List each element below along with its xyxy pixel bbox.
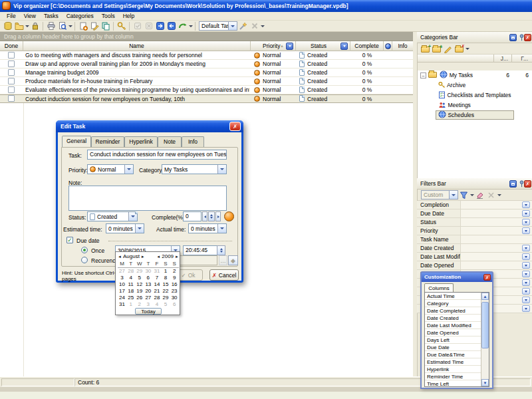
toggle-categories-bar-icon[interactable] bbox=[154, 21, 166, 31]
tab-reminder[interactable]: Reminder bbox=[91, 136, 124, 147]
hyperlink-key-icon[interactable] bbox=[116, 21, 127, 31]
note-textarea[interactable] bbox=[68, 186, 227, 211]
column-item[interactable]: Reminder Time bbox=[425, 373, 481, 380]
scroll-down-icon[interactable]: ▼ bbox=[481, 379, 489, 386]
done-checkbox[interactable] bbox=[8, 52, 15, 59]
column-item[interactable]: Date Completed bbox=[425, 307, 481, 315]
new-category-icon[interactable]: + bbox=[420, 44, 431, 54]
expand-collapse-icon[interactable]: – bbox=[420, 72, 426, 78]
calendar-week[interactable]: 10111213141516 bbox=[118, 281, 179, 288]
table-row[interactable]: Go to meeting with managers and discuss … bbox=[0, 51, 414, 60]
print-preview-dropdown[interactable] bbox=[68, 21, 72, 31]
filter-dropdown-button[interactable] bbox=[522, 253, 530, 260]
complete-increment-button[interactable] bbox=[215, 211, 221, 221]
uncomplete-task-icon[interactable] bbox=[143, 21, 154, 31]
complete-timer-button[interactable] bbox=[224, 211, 234, 221]
print-preview-icon[interactable] bbox=[57, 21, 68, 31]
tree-item-my-tasks[interactable]: My Tasks bbox=[428, 70, 473, 80]
cancel-button[interactable]: ✗Cancel bbox=[209, 269, 239, 281]
remove-filter-icon[interactable] bbox=[485, 190, 497, 200]
edit-category-icon[interactable] bbox=[442, 44, 454, 54]
complete-decrement-button[interactable] bbox=[202, 211, 207, 221]
scroll-up-icon[interactable]: ▲ bbox=[481, 293, 489, 300]
clear-filter-icon[interactable] bbox=[474, 190, 485, 200]
due-date-checkbox[interactable]: ✓ bbox=[66, 237, 73, 243]
new-subcategory-icon[interactable]: ± bbox=[431, 44, 442, 54]
categories-toolbar-dropdown[interactable] bbox=[465, 44, 469, 54]
next-month-icon[interactable]: ► bbox=[141, 255, 145, 259]
open-database-icon[interactable] bbox=[13, 21, 25, 31]
table-row[interactable]: Produce materials for in-house training … bbox=[0, 77, 414, 86]
filter-dropdown-button[interactable] bbox=[522, 305, 530, 312]
column-item[interactable]: Days Left bbox=[425, 336, 481, 344]
delete-category-icon[interactable]: ✗ bbox=[454, 44, 465, 54]
tab-info[interactable]: Info bbox=[182, 136, 204, 147]
column-header-info[interactable]: Info bbox=[392, 41, 413, 51]
new-task-icon[interactable] bbox=[77, 21, 88, 31]
column-item[interactable]: Actual Time bbox=[425, 293, 481, 300]
dialog-close-button[interactable]: ✗ bbox=[229, 122, 241, 131]
tree-item-checklists[interactable]: Checklists and Templates bbox=[438, 90, 511, 100]
prev-month-icon[interactable]: ◄ bbox=[118, 255, 122, 259]
tree-item-schedules[interactable]: Schedules bbox=[438, 110, 474, 120]
print-icon[interactable] bbox=[45, 21, 57, 31]
task-type-combobox[interactable]: Default Task bbox=[199, 21, 237, 31]
toolbar-options-dropdown[interactable] bbox=[260, 21, 265, 31]
filter-dropdown-button[interactable] bbox=[522, 227, 530, 234]
actual-time-combobox[interactable]: 0 minutes bbox=[188, 223, 227, 233]
filter-dropdown-button[interactable] bbox=[522, 201, 530, 208]
tab-hyperlink[interactable]: Hyperlink bbox=[124, 136, 158, 147]
undock-filters-button[interactable] bbox=[509, 180, 517, 188]
calendar-week[interactable]: 31123456 bbox=[118, 301, 179, 308]
table-row[interactable]: Evaluate effectiveness of the previous t… bbox=[0, 86, 414, 94]
estimated-time-combobox[interactable]: 0 minutes bbox=[106, 223, 144, 233]
table-row[interactable]: Manage training budget 2009 Normal Creat… bbox=[0, 68, 414, 77]
sync-dropdown[interactable] bbox=[188, 21, 193, 31]
filter-dropdown-button[interactable] bbox=[522, 210, 530, 217]
toggle-filters-bar-icon[interactable] bbox=[166, 21, 177, 31]
priority-combobox[interactable]: Normal bbox=[87, 164, 134, 174]
categories-column-1[interactable]: J... bbox=[501, 55, 508, 63]
sync-icon[interactable] bbox=[177, 21, 188, 31]
filter-preset-combobox[interactable]: Custom bbox=[421, 190, 458, 200]
task-input[interactable]: Conduct induction session for new employ… bbox=[87, 150, 227, 160]
scrollbar[interactable]: ▲ ▼ bbox=[481, 293, 489, 386]
clear-task-type-icon[interactable] bbox=[249, 21, 260, 31]
recurrence-pattern-button[interactable]: ◆ bbox=[228, 255, 238, 265]
prev-year-icon[interactable]: ◄ bbox=[156, 255, 160, 259]
due-time-spinner[interactable] bbox=[217, 245, 225, 255]
calendar-week[interactable]: 24252627282930 bbox=[118, 295, 179, 301]
column-item[interactable]: Due Date bbox=[425, 344, 481, 351]
tree-item-meetings[interactable]: Meetings bbox=[438, 100, 471, 110]
column-item[interactable]: Category bbox=[425, 300, 481, 307]
today-button[interactable]: Today bbox=[135, 308, 162, 315]
filter-dropdown-button[interactable] bbox=[522, 288, 530, 295]
menu-tools[interactable]: Tools bbox=[98, 12, 119, 20]
menu-categories[interactable]: Categories bbox=[63, 12, 98, 20]
actual-time-dropdown-button[interactable] bbox=[217, 224, 226, 233]
status-filter-button[interactable] bbox=[340, 43, 348, 50]
next-year-icon[interactable]: ► bbox=[175, 255, 179, 259]
column-header-name[interactable]: Name bbox=[23, 41, 251, 51]
new-database-icon[interactable] bbox=[2, 21, 13, 31]
column-item[interactable]: Date Last Modified bbox=[425, 322, 481, 329]
filter-dropdown-button[interactable] bbox=[522, 297, 530, 303]
close-categories-button[interactable]: ✗ bbox=[524, 34, 531, 41]
menu-view[interactable]: View bbox=[20, 12, 40, 20]
calendar-week[interactable]: 17181920212223 bbox=[118, 288, 179, 295]
column-item[interactable]: Date Created bbox=[425, 315, 481, 322]
complete-input[interactable]: 0 bbox=[183, 211, 201, 221]
category-combobox[interactable]: My Tasks bbox=[162, 164, 227, 174]
apply-task-type-icon[interactable] bbox=[237, 21, 249, 31]
filter-preset-dropdown[interactable] bbox=[449, 191, 458, 199]
done-checkbox[interactable] bbox=[8, 78, 15, 84]
dialog-title-bar[interactable]: Edit Task bbox=[56, 120, 243, 132]
menu-tasks[interactable]: Tasks bbox=[40, 12, 63, 20]
duplicate-task-icon[interactable] bbox=[100, 21, 111, 31]
table-row-selected[interactable]: Conduct induction session for new employ… bbox=[0, 94, 414, 103]
apply-filter-dropdown[interactable] bbox=[469, 190, 474, 200]
priority-filter-button[interactable] bbox=[286, 43, 293, 50]
filter-dropdown-button[interactable] bbox=[522, 279, 530, 286]
calendar-week[interactable]: 272829303112 bbox=[118, 268, 179, 275]
column-item[interactable]: Estimated Time bbox=[425, 358, 481, 366]
